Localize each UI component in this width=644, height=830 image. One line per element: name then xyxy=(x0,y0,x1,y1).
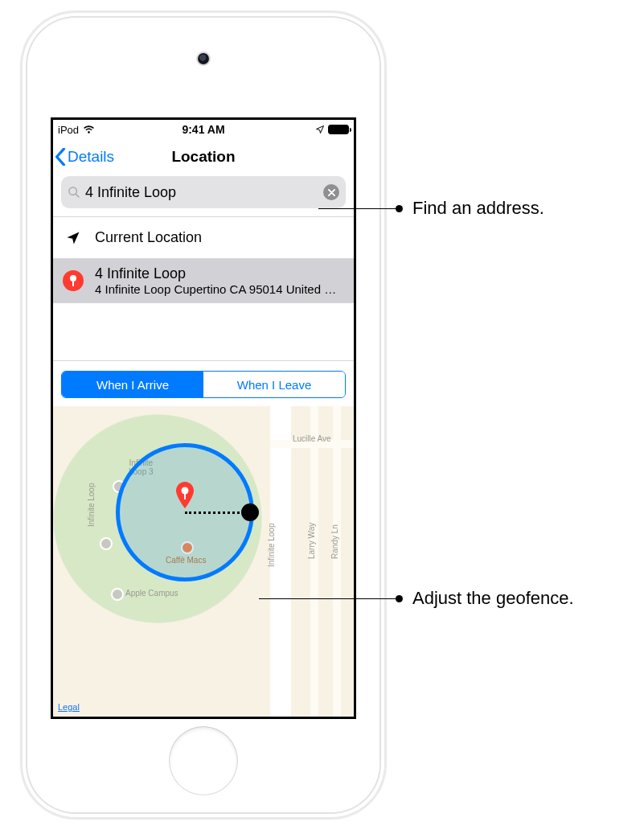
svg-line-1 xyxy=(76,194,79,197)
back-label: Details xyxy=(68,148,114,166)
front-camera xyxy=(198,53,209,64)
search-value: 4 Infinite Loop xyxy=(85,184,318,201)
navigation-arrow-icon xyxy=(65,230,81,246)
result-subtitle: 4 Infinite Loop Cupertino CA 95014 Unite… xyxy=(95,282,344,296)
callout-leader xyxy=(259,598,402,599)
svg-point-0 xyxy=(69,187,76,195)
map-label: Infinite Loop xyxy=(87,483,96,528)
segment-leave[interactable]: When I Leave xyxy=(203,372,345,397)
results-list: Current Location 4 Infinite Loop 4 Infin… xyxy=(53,216,354,361)
map-view[interactable]: Lucille Ave Infinite Loop 3 Caffè Macs A… xyxy=(53,406,354,717)
current-location-row[interactable]: Current Location xyxy=(53,217,354,259)
poi-icon xyxy=(113,480,125,493)
park-area xyxy=(53,414,262,623)
search-field[interactable]: 4 Infinite Loop xyxy=(61,176,346,208)
poi-icon xyxy=(100,537,113,550)
search-icon xyxy=(68,186,80,199)
pin-badge-icon xyxy=(63,270,84,291)
map-legal-link[interactable]: Legal xyxy=(58,702,80,712)
poi-icon xyxy=(111,588,124,601)
battery-icon xyxy=(328,125,349,134)
callout-search: Find an address. xyxy=(412,198,544,219)
road xyxy=(270,440,354,448)
x-icon xyxy=(328,189,335,196)
geofence-radius-line xyxy=(185,512,254,514)
wifi-icon xyxy=(83,125,95,134)
map-label: Randy Ln xyxy=(330,524,339,559)
road xyxy=(310,406,318,717)
current-location-label: Current Location xyxy=(95,229,344,246)
arrive-leave-segment: When I Arrive When I Leave xyxy=(61,371,346,398)
segment-arrive[interactable]: When I Arrive xyxy=(62,372,203,397)
map-label: Larry Way xyxy=(307,523,316,559)
screen: iPod 9:41 AM xyxy=(51,117,356,719)
poi-icon xyxy=(181,541,194,554)
map-label: Infinite Loop 3 xyxy=(129,458,154,476)
clock: 9:41 AM xyxy=(53,123,354,136)
geofence-handle[interactable] xyxy=(241,503,259,521)
navigation-bar: Details Location xyxy=(53,139,354,175)
callout-geofence: Adjust the geofence. xyxy=(412,588,574,609)
road xyxy=(270,406,291,717)
clear-search-button[interactable] xyxy=(323,184,339,200)
map-pin-icon xyxy=(175,482,195,512)
carrier-label: iPod xyxy=(58,124,79,136)
search-result-row[interactable]: 4 Infinite Loop 4 Infinite Loop Cupertin… xyxy=(53,259,354,303)
chevron-left-icon xyxy=(55,148,66,166)
result-title: 4 Infinite Loop xyxy=(95,265,344,282)
geofence-circle[interactable] xyxy=(116,443,254,581)
home-button[interactable] xyxy=(169,726,238,795)
svg-point-2 xyxy=(70,275,76,281)
svg-rect-3 xyxy=(72,280,74,286)
location-services-icon xyxy=(315,125,325,134)
map-label: Caffè Macs xyxy=(166,556,206,565)
svg-point-4 xyxy=(182,487,189,495)
callout-leader xyxy=(318,208,402,209)
list-filler xyxy=(53,303,354,361)
back-button[interactable]: Details xyxy=(53,148,117,166)
svg-rect-5 xyxy=(184,492,186,499)
ipod-device-frame: iPod 9:41 AM xyxy=(21,11,386,819)
map-label: Lucille Ave xyxy=(293,434,331,443)
status-bar: iPod 9:41 AM xyxy=(53,120,354,139)
map-label: Apple Campus xyxy=(125,589,178,598)
nav-title: Location xyxy=(53,148,354,166)
map-label: Infinite Loop xyxy=(267,524,276,568)
road xyxy=(333,406,341,717)
